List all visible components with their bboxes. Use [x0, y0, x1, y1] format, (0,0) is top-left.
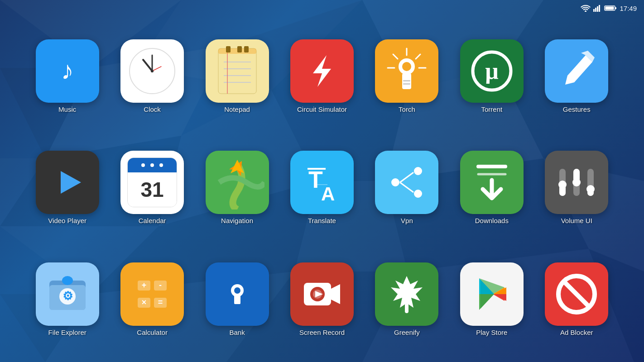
torch-label: Torch: [399, 105, 415, 113]
app-torrent[interactable]: μ Torrent: [460, 39, 524, 113]
svg-rect-46: [237, 46, 242, 52]
svg-point-64: [159, 163, 163, 167]
music-icon: ♪: [36, 39, 99, 103]
svg-text:+: +: [142, 281, 147, 290]
torch-icon: [375, 39, 438, 103]
app-vpn[interactable]: Vpn: [375, 151, 438, 224]
app-torch[interactable]: Torch: [375, 39, 438, 113]
adblocker-label: Ad Blocker: [560, 329, 593, 336]
navigation-icon: [206, 151, 269, 214]
vpn-icon: [375, 151, 438, 214]
navigation-label: Navigation: [221, 217, 253, 224]
videoplayer-icon: [36, 151, 99, 214]
svg-text:=: =: [158, 298, 163, 307]
svg-point-106: [234, 287, 240, 294]
svg-marker-121: [481, 294, 494, 309]
svg-text:μ: μ: [485, 58, 498, 84]
app-calculator[interactable]: + - × = Calculator: [120, 262, 184, 336]
app-music[interactable]: ♪ Music: [36, 39, 99, 113]
volumeui-icon: [545, 151, 608, 214]
greenify-icon: [375, 262, 438, 326]
svg-text:♪: ♪: [61, 56, 74, 85]
music-label: Music: [58, 105, 76, 113]
translate-label: Translate: [308, 217, 336, 224]
app-clock[interactable]: Clock: [120, 39, 184, 113]
svg-rect-29: [606, 7, 614, 10]
screenrecord-label: Screen Record: [299, 329, 345, 336]
gestures-label: Gestures: [563, 105, 591, 113]
svg-rect-28: [615, 7, 616, 9]
svg-rect-47: [244, 46, 249, 52]
calendar-label: Calendar: [139, 217, 166, 224]
svg-rect-58: [403, 83, 410, 85]
svg-point-73: [413, 189, 423, 198]
svg-rect-25: [597, 6, 598, 12]
fileexplorer-icon: ⚙: [36, 262, 99, 326]
adblocker-icon: [545, 262, 608, 326]
volumeui-label: Volume UI: [561, 217, 592, 224]
playstore-label: Play Store: [476, 329, 507, 336]
app-bank[interactable]: Bank: [206, 262, 269, 336]
battery-icon: [604, 5, 617, 12]
svg-point-63: [150, 163, 154, 167]
bank-icon: [206, 262, 269, 326]
bank-label: Bank: [229, 329, 245, 336]
downloads-label: Downloads: [475, 217, 509, 224]
app-calendar[interactable]: 31 Calendar: [120, 151, 184, 224]
app-videoplayer[interactable]: Video Player: [36, 151, 99, 224]
svg-marker-48: [313, 55, 331, 87]
svg-rect-26: [599, 5, 600, 12]
svg-point-90: [62, 276, 73, 285]
svg-marker-111: [331, 284, 340, 304]
svg-text:A: A: [321, 183, 335, 205]
translate-icon: T A: [290, 151, 354, 214]
calendar-icon: 31: [120, 151, 184, 214]
calculator-icon: + - × =: [120, 262, 184, 326]
svg-line-76: [400, 182, 413, 192]
signal-icon: [593, 5, 601, 12]
svg-rect-45: [226, 46, 231, 52]
vpn-label: Vpn: [401, 217, 413, 224]
calculator-label: Calculator: [137, 329, 168, 336]
app-grid: ♪ Music Clock: [27, 23, 617, 353]
torrent-icon: μ: [460, 39, 524, 103]
status-icons: 17:49: [581, 5, 637, 12]
svg-text:⚙: ⚙: [62, 289, 72, 303]
notepad-icon: [206, 39, 269, 103]
app-fileexplorer[interactable]: ⚙ File Explorer: [36, 262, 99, 336]
svg-point-72: [413, 167, 423, 176]
app-notepad[interactable]: Notepad: [206, 39, 269, 113]
svg-rect-112: [405, 303, 409, 313]
videoplayer-label: Video Player: [48, 217, 87, 224]
svg-rect-57: [403, 80, 410, 81]
app-gestures[interactable]: Gestures: [545, 39, 608, 113]
svg-point-36: [151, 70, 154, 72]
app-navigation[interactable]: Navigation: [206, 151, 269, 224]
app-translate[interactable]: T A Translate: [290, 151, 354, 224]
app-screenrecord[interactable]: Screen Record: [290, 262, 354, 336]
fileexplorer-label: File Explorer: [48, 329, 87, 336]
svg-rect-23: [593, 9, 595, 12]
app-volumeui[interactable]: Volume UI: [545, 151, 608, 224]
svg-rect-37: [218, 48, 256, 94]
svg-point-84: [572, 178, 581, 186]
wifi-icon: [581, 5, 591, 12]
svg-point-87: [586, 185, 595, 193]
svg-point-55: [402, 62, 411, 71]
clock-label: Clock: [144, 105, 161, 113]
app-downloads[interactable]: Downloads: [460, 151, 524, 224]
svg-line-125: [564, 281, 589, 307]
app-adblocker[interactable]: Ad Blocker: [545, 262, 608, 336]
torrent-label: Torrent: [481, 105, 503, 113]
svg-point-74: [391, 178, 400, 187]
time-display: 17:49: [620, 5, 637, 12]
app-circuit[interactable]: Circuit Simulator: [290, 39, 354, 113]
app-greenify[interactable]: Greenify: [375, 262, 438, 336]
screenrecord-icon: [290, 262, 354, 326]
svg-point-81: [558, 181, 567, 189]
app-playstore[interactable]: Play Store: [460, 262, 524, 336]
svg-rect-105: [234, 295, 240, 304]
circuit-label: Circuit Simulator: [297, 105, 347, 113]
svg-marker-61: [61, 171, 81, 194]
downloads-icon: [460, 151, 524, 214]
